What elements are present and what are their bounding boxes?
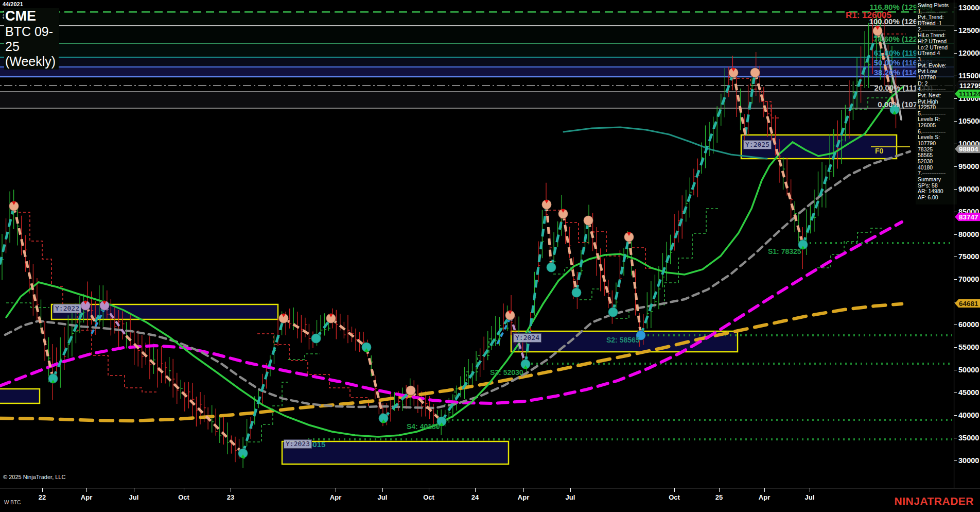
- chart-canvas[interactable]: [0, 0, 980, 512]
- time-tick: [134, 488, 134, 492]
- swing-pivot-marker: [608, 308, 618, 317]
- price-tick: [954, 460, 957, 461]
- time-tick-label: Oct: [423, 493, 434, 501]
- year-range-box: [0, 389, 40, 403]
- swing-pivots-panel-line: 107790: [918, 141, 957, 147]
- time-tick: [810, 488, 810, 492]
- time-tick-label: Apr: [330, 493, 341, 501]
- time-tick: [570, 488, 571, 492]
- price-axis[interactable]: 1300001250001200001150001100001050001000…: [954, 0, 980, 488]
- swing-line-peach: [547, 204, 551, 267]
- time-tick: [42, 488, 43, 492]
- time-tick: [764, 488, 765, 492]
- time-tick: [336, 488, 336, 492]
- ninjatrader-window: 116.80% (129065)100.00% (126005)78.60% (…: [0, 0, 980, 512]
- price-tick-label: 75000: [958, 252, 979, 261]
- price-tick: [954, 144, 957, 144]
- teal-hilo-line: [564, 127, 767, 159]
- price-tick: [954, 98, 957, 99]
- price-tick-label: 80000: [958, 230, 979, 238]
- swing-pivots-panel-line: Hi:2 UTrend: [918, 39, 957, 45]
- swing-line-peach: [284, 318, 316, 338]
- time-tick: [674, 488, 675, 492]
- time-tick: [86, 488, 87, 492]
- copyright-watermark: © 2025 NinjaTrader, LLC: [3, 474, 65, 480]
- price-tick: [954, 257, 957, 257]
- chart-subtitle: BTC 09-25 (Weekly): [4, 24, 59, 70]
- swing-pivots-panel-line: DTrend -1: [918, 21, 957, 27]
- swing-pivots-panel-line: Pvt. Next:: [918, 93, 957, 99]
- price-tag: 64681: [955, 299, 980, 308]
- price-tick-label: 45000: [958, 388, 979, 397]
- price-tick-label: 50000: [958, 366, 979, 374]
- year-range-box: [511, 331, 738, 352]
- price-tick: [954, 325, 957, 325]
- price-tick-label: 35000: [958, 434, 979, 442]
- price-tick-label: 70000: [958, 275, 979, 283]
- price-tag: 112795: [955, 81, 980, 91]
- swing-line-teal: [243, 318, 284, 453]
- time-tick: [429, 488, 429, 492]
- time-tick: [523, 488, 524, 492]
- price-tick: [954, 30, 957, 31]
- time-tick-label: Jul: [129, 493, 139, 501]
- fib-band: [0, 92, 954, 108]
- trail-stop-green: [650, 209, 720, 305]
- swing-pivot-marker: [547, 263, 556, 272]
- price-tick-label: 30000: [958, 456, 979, 465]
- time-tick-label: Jul: [378, 493, 388, 501]
- price-tick-label: 130000: [958, 4, 980, 12]
- price-tick-label: 95000: [958, 162, 979, 170]
- price-tag: 83747: [955, 213, 980, 221]
- swing-pivots-panel-line: 107790: [918, 75, 957, 81]
- year-range-box: [282, 441, 509, 464]
- price-tick: [954, 121, 957, 122]
- time-tick-label: 23: [227, 493, 234, 501]
- price-tick: [954, 438, 957, 438]
- fib-band: [0, 26, 954, 43]
- swing-pivot-marker: [406, 386, 416, 396]
- time-tick-label: 25: [715, 493, 723, 501]
- price-tick-label: 105000: [958, 117, 980, 125]
- price-tick: [954, 347, 957, 348]
- price-tick-label: 120000: [958, 49, 980, 57]
- price-tick: [954, 392, 957, 393]
- swing-pivots-panel: Swing Pivots1.-------------Pvt. Trend:DT…: [916, 3, 957, 204]
- fib-band: [0, 57, 954, 67]
- swing-line-teal: [613, 237, 629, 312]
- time-axis[interactable]: 22AprJulOct23AprJulOct24AprJulOct25AprJu…: [0, 488, 980, 512]
- time-tick-label: Jul: [805, 493, 815, 501]
- swing-pivots-panel-line: Swing Pivots: [918, 3, 957, 9]
- time-tick-label: Apr: [518, 493, 529, 501]
- swing-pivots-panel-line: 3.-------------: [918, 57, 957, 63]
- price-tick: [954, 234, 957, 235]
- swing-pivots-panel-line: 52030: [918, 159, 957, 165]
- time-tick-label: 24: [471, 493, 479, 501]
- price-tick: [954, 415, 957, 416]
- instrument-label: W BTC: [4, 500, 21, 505]
- fib-band: [0, 12, 954, 26]
- swing-pivot-marker: [311, 334, 321, 344]
- swing-pivots-panel-line: Summary: [918, 177, 957, 183]
- price-tick-label: 125000: [958, 26, 980, 35]
- time-tick: [382, 488, 383, 492]
- fib-band: [0, 67, 954, 77]
- trail-stop-green: [288, 354, 320, 360]
- trail-stop-red: [592, 231, 620, 256]
- time-tick: [231, 488, 231, 492]
- price-tag: 98804: [955, 145, 980, 153]
- time-tick-label: Oct: [178, 493, 189, 501]
- price-tick: [954, 8, 957, 8]
- price-tick: [954, 53, 957, 54]
- price-tick-label: 40000: [958, 411, 979, 419]
- price-tick-label: 55000: [958, 343, 979, 351]
- swing-line-teal: [641, 73, 733, 335]
- price-tick: [954, 370, 957, 370]
- swing-line-peach: [629, 237, 641, 335]
- fib-band: [0, 43, 954, 57]
- trail-stop-green: [580, 289, 600, 300]
- time-axis-line: [0, 488, 980, 488]
- time-tick-label: Apr: [81, 493, 92, 501]
- price-axis-line: [954, 0, 954, 488]
- price-tick: [954, 76, 957, 76]
